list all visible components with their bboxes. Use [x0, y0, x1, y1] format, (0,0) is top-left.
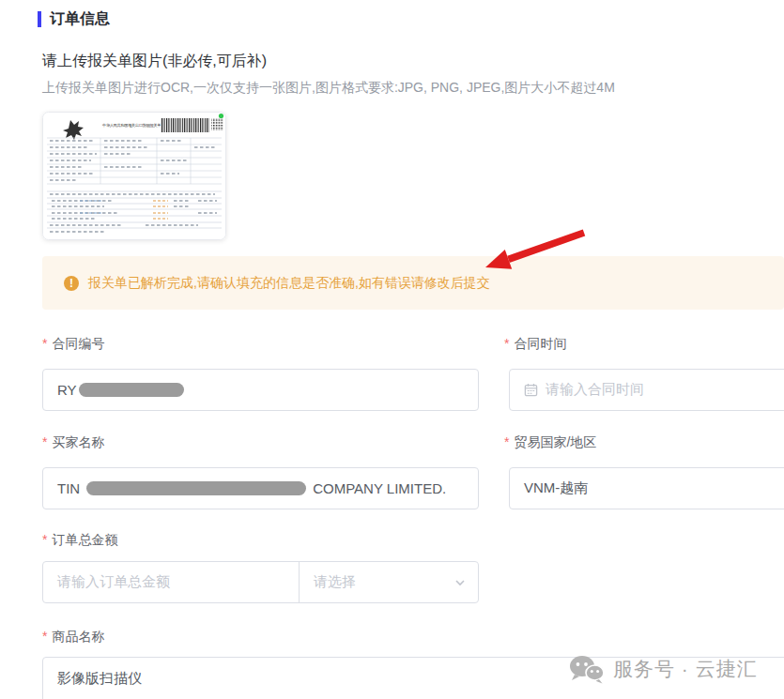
barcode — [161, 118, 209, 132]
buyer-name-prefix: TIN — [57, 480, 80, 496]
required-mark: * — [504, 434, 509, 449]
buyer-name-suffix: COMPANY LIMITED. — [313, 480, 446, 496]
order-amount-group: 请输入订单总金额 请选择 — [42, 561, 479, 603]
trade-country-input[interactable]: VNM-越南 — [509, 467, 784, 509]
wechat-icon — [568, 654, 606, 684]
section-header: 订单信息 — [38, 9, 110, 29]
redaction-mask — [86, 481, 306, 495]
order-info-page: 订单信息 请上传报关单图片(非必传,可后补) 上传报关单图片进行OCR,一次仅支… — [0, 0, 784, 699]
redaction-mask — [79, 383, 184, 397]
product-name-label: *商品名称 — [42, 629, 104, 646]
contract-time-label-text: 合同时间 — [514, 336, 566, 351]
buyer-name-label-text: 买家名称 — [52, 434, 104, 449]
watermark-text: 服务号 · 云捷汇 — [613, 656, 758, 682]
product-name-value: 影像版扫描仪 — [57, 670, 142, 688]
contract-no-label-text: 合同编号 — [52, 336, 104, 351]
trade-country-value: VNM-越南 — [524, 479, 588, 497]
page-title: 订单信息 — [50, 9, 110, 29]
customs-declaration-thumbnail[interactable]: 中华人民共和国海关出口货物报关单 — [42, 112, 226, 240]
currency-placeholder: 请选择 — [314, 573, 356, 591]
watermark: 服务号 · 云捷汇 — [568, 654, 758, 684]
buyer-name-label: *买家名称 — [42, 434, 104, 451]
product-name-label-text: 商品名称 — [52, 629, 104, 644]
calendar-icon — [524, 383, 538, 397]
status-dot — [219, 114, 223, 118]
contract-time-label: *合同时间 — [504, 336, 566, 353]
required-mark: * — [42, 629, 47, 644]
required-mark: * — [504, 336, 509, 351]
ocr-result-alert: ! 报关单已解析完成,请确认填充的信息是否准确,如有错误请修改后提交 — [42, 256, 784, 310]
contract-no-value: RY — [57, 382, 77, 398]
upload-title: 请上传报关单图片(非必传,可后补) — [42, 52, 267, 71]
order-amount-input[interactable]: 请输入订单总金额 — [43, 562, 299, 602]
alert-message: 报关单已解析完成,请确认填充的信息是否准确,如有错误请修改后提交 — [88, 275, 490, 292]
trade-country-label-text: 贸易国家/地区 — [514, 434, 596, 449]
currency-select[interactable]: 请选择 — [300, 562, 478, 602]
buyer-name-input[interactable]: TIN COMPANY LIMITED. — [42, 467, 479, 509]
required-mark: * — [42, 336, 47, 351]
warning-filled-icon: ! — [64, 276, 79, 291]
qr-code — [211, 118, 223, 130]
order-amount-placeholder: 请输入订单总金额 — [57, 573, 170, 591]
contract-time-placeholder: 请输入合同时间 — [546, 381, 644, 399]
accent-bar — [38, 11, 41, 27]
upload-hint: 上传报关单图片进行OCR,一次仅支持一张图片,图片格式要求:JPG, PNG, … — [42, 80, 615, 97]
contract-time-input[interactable]: 请输入合同时间 — [509, 369, 784, 411]
order-amount-label-text: 订单总金额 — [52, 532, 117, 547]
customs-declaration-doc-image: 中华人民共和国海关出口货物报关单 — [42, 112, 226, 240]
required-mark: * — [42, 434, 47, 449]
required-mark: * — [42, 532, 47, 547]
chevron-down-icon — [453, 576, 467, 589]
trade-country-label: *贸易国家/地区 — [504, 434, 596, 451]
contract-no-label: *合同编号 — [42, 336, 104, 353]
order-amount-label: *订单总金额 — [42, 532, 117, 549]
contract-no-input[interactable]: RY — [42, 369, 479, 411]
